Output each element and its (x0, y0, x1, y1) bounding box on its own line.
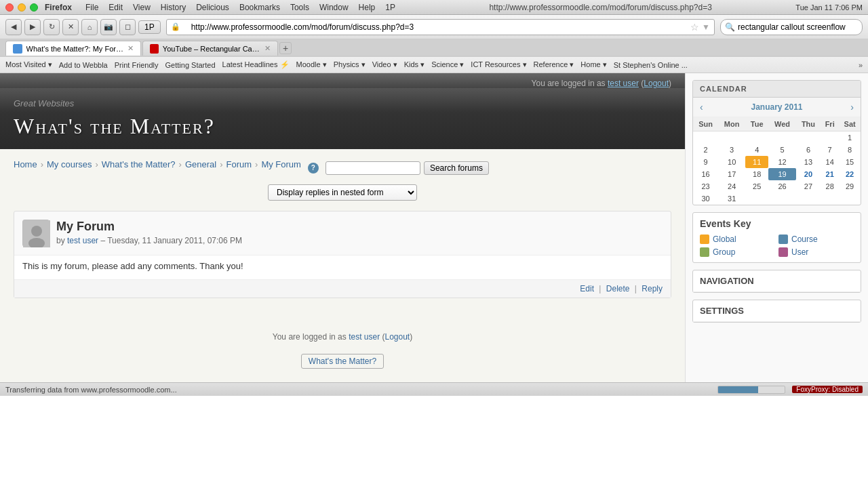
footer-site-link[interactable]: What's the Matter? (301, 354, 384, 369)
bookmark-print[interactable]: Print Friendly (115, 61, 159, 69)
bookmark-ststephens[interactable]: St Stephen's Online ... (614, 61, 688, 69)
breadcrumb-mycourses[interactable]: My courses (47, 159, 92, 169)
stop-button[interactable]: ✕ (62, 19, 79, 35)
group-event-link[interactable]: Group (713, 247, 735, 257)
display-replies-select[interactable]: Display replies in nested form Display r… (268, 184, 417, 201)
edit-link[interactable]: Edit (580, 284, 594, 293)
1p-button[interactable]: 1P (138, 20, 161, 34)
tab-close-2[interactable]: ✕ (264, 44, 271, 53)
breadcrumb-myforum[interactable]: My Forum (261, 159, 301, 169)
cal-day-26[interactable]: 26 (768, 180, 796, 192)
bookmark-science[interactable]: Science ▾ (431, 60, 464, 69)
cal-day-19[interactable]: 19 (768, 168, 796, 180)
breadcrumb-home[interactable]: Home (14, 159, 37, 169)
menu-help[interactable]: Help (359, 3, 376, 12)
cal-day-12[interactable]: 12 (768, 156, 796, 168)
browser-search-input[interactable] (738, 22, 858, 32)
course-event-link[interactable]: Course (791, 235, 818, 244)
logout-header-link[interactable]: Logout (644, 79, 669, 88)
footer-logout-link[interactable]: Logout (385, 332, 410, 342)
tab-whatsthematter[interactable]: What's the Matter?: My Forum ✕ (5, 41, 141, 56)
forward-button[interactable]: ▶ (24, 19, 41, 35)
cal-day-2[interactable]: 2 (693, 144, 718, 156)
user-event-link[interactable]: User (791, 247, 808, 257)
bookmark-kids[interactable]: Kids ▾ (404, 60, 425, 69)
cal-day-27[interactable]: 27 (796, 180, 821, 192)
menu-file[interactable]: File (85, 3, 98, 12)
username-header-link[interactable]: test user (608, 79, 639, 88)
cal-day-25[interactable]: 25 (745, 180, 768, 192)
cal-day-22[interactable]: 22 (839, 168, 861, 180)
minimize-button[interactable] (18, 3, 26, 12)
bookmark-moodle[interactable]: Moodle ▾ (296, 60, 327, 69)
cal-day-17[interactable]: 17 (718, 168, 745, 180)
bookmark-webbla[interactable]: Add to Webbla (59, 61, 108, 69)
cal-day-31[interactable]: 31 (718, 192, 745, 205)
cal-day-29[interactable]: 29 (839, 180, 861, 192)
bookmark-most-visited[interactable]: Most Visited ▾ (5, 60, 52, 69)
reload-button[interactable]: ↻ (43, 19, 60, 35)
url-input[interactable] (186, 20, 688, 34)
foxy-proxy-indicator[interactable]: FoxyProxy: Disabled (792, 386, 863, 393)
cal-day-1[interactable]: 1 (839, 131, 861, 144)
delete-link[interactable]: Delete (606, 284, 630, 293)
cal-day-8[interactable]: 8 (839, 144, 861, 156)
menu-bookmarks[interactable]: Bookmarks (239, 3, 280, 12)
traffic-lights[interactable] (5, 3, 38, 12)
cal-day-20[interactable]: 20 (796, 168, 821, 180)
calendar-next[interactable]: › (850, 102, 854, 113)
cal-day-28[interactable]: 28 (821, 180, 839, 192)
help-icon[interactable]: ? (308, 163, 319, 174)
menu-1p[interactable]: 1P (385, 3, 395, 12)
breadcrumb-whatsthematter[interactable]: What's the Matter? (102, 159, 176, 169)
post-author-link[interactable]: test user (67, 236, 98, 245)
browser-search-container[interactable]: 🔍 (720, 19, 863, 35)
cal-day-13[interactable]: 13 (796, 156, 821, 168)
cal-day-10[interactable]: 10 (718, 156, 745, 168)
new-tab-button[interactable]: + (279, 42, 292, 54)
bookmark-reference[interactable]: Reference ▾ (534, 60, 574, 69)
tab-youtube[interactable]: YouTube – Rectangular Callouts ✕ (142, 41, 278, 56)
cal-day-16[interactable]: 16 (693, 168, 718, 180)
calendar-prev[interactable]: ‹ (700, 102, 703, 113)
menu-history[interactable]: History (161, 3, 186, 12)
star-icon[interactable]: ☆ (690, 22, 699, 33)
bookmark-home[interactable]: Home ▾ (580, 60, 606, 69)
menu-window[interactable]: Window (319, 3, 349, 12)
search-forums-button[interactable]: Search forums (424, 161, 489, 175)
screenshot-button[interactable]: 📷 (100, 19, 117, 35)
bookmark-physics[interactable]: Physics ▾ (334, 60, 366, 69)
cal-day-11[interactable]: 11 (745, 156, 768, 168)
home-button[interactable]: ⌂ (81, 19, 98, 35)
cal-day-30[interactable]: 30 (693, 192, 718, 205)
bookmark-video[interactable]: Video ▾ (372, 60, 397, 69)
dropdown-icon[interactable]: ▼ (702, 22, 710, 32)
settings-title[interactable]: SETTINGS (693, 300, 861, 322)
menu-tools[interactable]: Tools (290, 3, 309, 12)
cal-day-6[interactable]: 6 (796, 144, 821, 156)
url-bar-container[interactable]: 🔒 ☆ ▼ (166, 19, 715, 35)
breadcrumb-forum[interactable]: Forum (226, 159, 252, 169)
menu-edit[interactable]: Edit (108, 3, 123, 12)
cal-day-5[interactable]: 5 (768, 144, 796, 156)
cal-day-3[interactable]: 3 (718, 144, 745, 156)
close-button[interactable] (5, 3, 14, 12)
tab-close-1[interactable]: ✕ (127, 44, 134, 53)
footer-username-link[interactable]: test user (349, 332, 380, 342)
bookmarks-more[interactable]: » (859, 61, 863, 69)
navigation-title[interactable]: NAVIGATION (693, 270, 861, 292)
cal-day-15[interactable]: 15 (839, 156, 861, 168)
menu-view[interactable]: View (133, 3, 151, 12)
cal-day-4[interactable]: 4 (745, 144, 768, 156)
reply-link[interactable]: Reply (642, 284, 663, 293)
maximize-button[interactable] (30, 3, 38, 12)
cal-day-23[interactable]: 23 (693, 180, 718, 192)
cal-day-24[interactable]: 24 (718, 180, 745, 192)
cal-day-21[interactable]: 21 (821, 168, 839, 180)
bookmark-latest-headlines[interactable]: Latest Headlines ⚡ (222, 60, 290, 69)
bookmark-getting-started[interactable]: Getting Started (165, 61, 216, 69)
cal-day-7[interactable]: 7 (821, 144, 839, 156)
menu-delicious[interactable]: Delicious (196, 3, 229, 12)
back-button[interactable]: ◀ (5, 19, 22, 35)
cal-day-9[interactable]: 9 (693, 156, 718, 168)
